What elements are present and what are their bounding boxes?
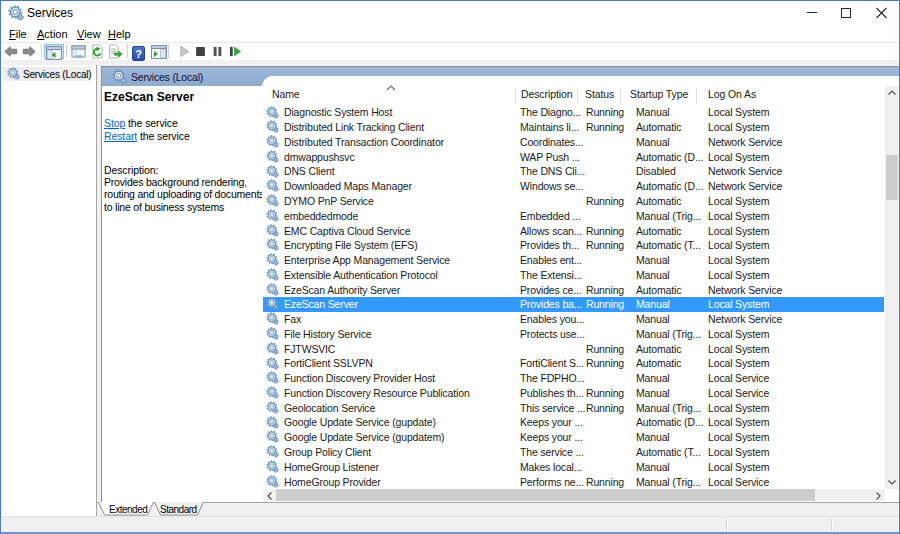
cell-description: Enables ent... (520, 254, 582, 266)
cell-name: embeddedmode (284, 210, 358, 222)
column-separator[interactable] (620, 88, 621, 104)
table-row[interactable]: Function Discovery Provider HostThe FDPH… (263, 371, 884, 386)
scroll-left-icon[interactable] (267, 492, 272, 500)
cell-name: File History Service (284, 328, 371, 340)
start-service-button[interactable] (179, 44, 190, 59)
cell-description: The Extensi... (520, 269, 582, 281)
cell-status: Running (586, 343, 624, 355)
minimize-button[interactable] (791, 1, 825, 24)
column-header-status[interactable]: Status (585, 88, 614, 100)
cell-name: Encrypting File System (EFS) (284, 239, 418, 251)
restart-service-button[interactable] (229, 44, 242, 59)
scroll-right-icon[interactable] (876, 492, 881, 500)
vertical-scroll-thumb[interactable] (886, 155, 898, 200)
cell-log-on-as: Local System (708, 195, 769, 207)
table-row[interactable]: EMC Captiva Cloud ServiceAllows scan...R… (263, 223, 884, 238)
table-row[interactable]: File History ServiceProtects use...Manua… (263, 326, 884, 341)
menu-help[interactable]: Help (108, 27, 131, 42)
table-row-selected[interactable]: EzeScan ServerProvides ba...RunningManua… (263, 297, 884, 312)
help-button[interactable]: ? (132, 46, 145, 61)
cell-name: EzeScan Authority Server (284, 284, 400, 296)
table-row[interactable]: Geolocation ServiceThis service ...Runni… (263, 400, 884, 415)
table-row[interactable]: Diagnostic System HostThe Diagno...Runni… (263, 105, 884, 120)
tab-extended[interactable]: Extended (109, 504, 147, 515)
show-console-tree-button[interactable] (44, 44, 64, 59)
cell-description: WAP Push ... (520, 151, 580, 163)
column-header-description[interactable]: Description (521, 88, 572, 100)
table-row[interactable]: embeddedmodeEmbedded ...Manual (Trig...L… (263, 208, 884, 223)
column-header-startup-type[interactable]: Startup Type (630, 88, 688, 100)
vertical-scrollbar[interactable] (885, 86, 899, 489)
table-row[interactable]: Enterprise App Management ServiceEnables… (263, 253, 884, 268)
cell-status: Running (586, 357, 624, 369)
tree-item-services-local[interactable]: Services (Local) (3, 67, 90, 81)
cell-status: Running (586, 195, 624, 207)
table-row[interactable]: FJTWSVICRunningAutomaticLocal System (263, 341, 884, 356)
restart-service-suffix: the service (137, 130, 190, 142)
menu-action[interactable]: Action (37, 27, 68, 42)
cell-startup-type: Manual (636, 269, 670, 281)
table-row[interactable]: Google Update Service (gupdate)Keeps you… (263, 415, 884, 430)
stop-service-link[interactable]: Stop (104, 117, 125, 129)
table-row[interactable]: Downloaded Maps ManagerWindows se...Auto… (263, 179, 884, 194)
restart-service-link[interactable]: Restart (104, 130, 137, 142)
table-row[interactable]: Function Discovery Resource PublicationP… (263, 386, 884, 401)
cell-name: Google Update Service (gupdate) (284, 416, 436, 428)
table-row[interactable]: HomeGroup ProviderPerforms ne...RunningM… (263, 474, 884, 489)
table-row[interactable]: Group Policy ClientThe service ...Automa… (263, 445, 884, 460)
table-row[interactable]: Extensible Authentication ProtocolThe Ex… (263, 267, 884, 282)
cell-startup-type: Manual (636, 387, 670, 399)
table-row[interactable]: Encrypting File System (EFS)Provides th.… (263, 238, 884, 253)
forward-button[interactable] (22, 44, 36, 59)
properties-button[interactable] (71, 44, 86, 59)
stop-service-line: Stop the service (104, 117, 178, 129)
horizontal-scroll-thumb[interactable] (276, 489, 815, 501)
table-row[interactable]: HomeGroup ListenerMakes local...ManualLo… (263, 459, 884, 474)
table-row[interactable]: Distributed Link Tracking ClientMaintain… (263, 120, 884, 135)
service-gear-icon (266, 253, 279, 266)
menu-file[interactable]: File (9, 27, 27, 42)
table-row[interactable]: DYMO PnP ServiceRunningAutomaticLocal Sy… (263, 194, 884, 209)
tab-standard[interactable]: Standard (160, 504, 197, 515)
stop-service-button[interactable] (195, 44, 206, 59)
tab-strip-shapes (97, 502, 900, 516)
table-row[interactable]: dmwappushsvcWAP Push ...Automatic (D...L… (263, 149, 884, 164)
horizontal-scrollbar[interactable] (263, 489, 885, 501)
maximize-button[interactable] (825, 1, 859, 24)
status-bar-divider (831, 519, 832, 531)
table-row[interactable]: Distributed Transaction CoordinatorCoord… (263, 135, 884, 150)
table-row[interactable]: Google Update Service (gupdatem)Keeps yo… (263, 430, 884, 445)
services-header-icon (112, 69, 127, 84)
cell-description: Keeps your ... (520, 416, 583, 428)
table-row[interactable]: DNS ClientThe DNS Cli...DisabledNetwork … (263, 164, 884, 179)
column-separator[interactable] (696, 88, 697, 104)
result-pane-title: Services (Local) (131, 71, 203, 83)
refresh-button[interactable] (90, 44, 105, 59)
cell-log-on-as: Network Service (708, 180, 782, 192)
menu-view[interactable]: View (77, 27, 101, 42)
show-action-pane-button[interactable] (150, 44, 170, 59)
service-gear-icon (266, 401, 279, 414)
column-header-log-on-as[interactable]: Log On As (708, 88, 756, 100)
cell-name: Diagnostic System Host (284, 106, 392, 118)
close-button[interactable] (861, 1, 895, 24)
column-separator[interactable] (515, 88, 516, 104)
scroll-down-icon[interactable] (888, 480, 896, 485)
table-row[interactable]: FaxEnables you...ManualNetwork Service (263, 312, 884, 327)
service-gear-icon (266, 416, 279, 429)
pause-service-button[interactable] (212, 44, 223, 59)
scroll-up-icon[interactable] (888, 90, 896, 95)
service-gear-icon (266, 165, 279, 178)
back-button[interactable] (4, 44, 18, 59)
export-list-button[interactable] (107, 44, 122, 59)
list-header-row: Name Description Status Startup Type Log… (262, 84, 884, 104)
service-gear-icon (266, 371, 279, 384)
cell-log-on-as: Network Service (708, 313, 782, 325)
cell-log-on-as: Local Service (708, 476, 769, 488)
table-row[interactable]: FortiClient SSLVPNFortiClient S...Runnin… (263, 356, 884, 371)
cell-description: Embedded ... (520, 210, 581, 222)
close-icon (861, 1, 895, 24)
column-separator[interactable] (577, 88, 578, 104)
table-row[interactable]: EzeScan Authority ServerProvides ce...Ru… (263, 282, 884, 297)
column-header-name[interactable]: Name (272, 88, 300, 100)
